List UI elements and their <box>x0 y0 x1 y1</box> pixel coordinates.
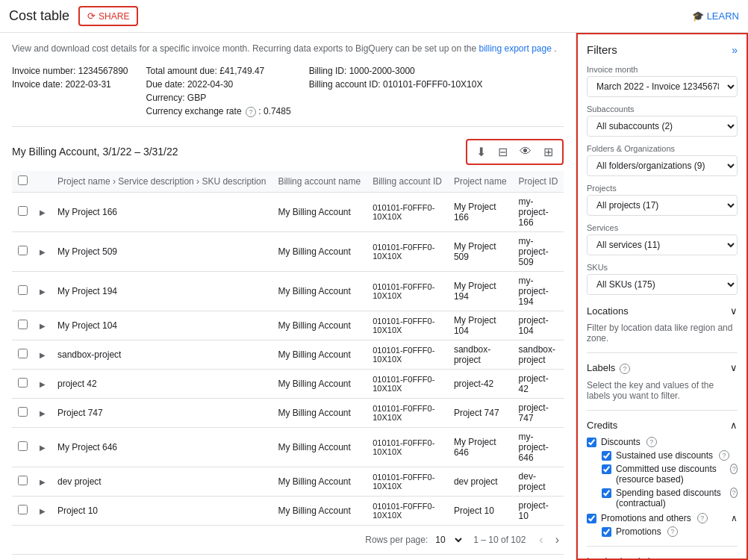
table-actions: ⬇ ⊟ 👁 ⊞ <box>466 139 564 165</box>
promotions-help-icon[interactable]: ? <box>667 526 678 537</box>
filters-collapse-button[interactable]: » <box>732 44 738 56</box>
project-desc-4: sandbox-project <box>52 340 272 369</box>
sustained-label: Sustained use discounts <box>616 450 713 461</box>
project-id-5: project-42 <box>513 369 564 398</box>
download-button[interactable]: ⬇ <box>473 143 489 161</box>
committed-discounts-checkbox[interactable] <box>602 464 611 474</box>
table-row: ▶ sandbox-project My Billing Account 010… <box>12 340 564 369</box>
columns-button[interactable]: ⊞ <box>540 143 556 161</box>
billing-account-4: My Billing Account <box>272 340 367 369</box>
table-row: ▶ My Project 166 My Billing Account 0101… <box>12 192 564 231</box>
filters-title: Filters <box>587 43 617 56</box>
expand-row-6[interactable]: ▶ <box>40 409 46 417</box>
invoice-date-value: 2022-03-31 <box>65 79 110 90</box>
select-all-checkbox[interactable] <box>18 175 28 185</box>
row-checkbox-9[interactable] <box>18 505 28 514</box>
subaccounts-select[interactable]: All subaccounts (2) <box>587 116 738 137</box>
view-button[interactable]: 👁 <box>517 143 534 160</box>
table-row: ▶ My Project 104 My Billing Account 0101… <box>12 311 564 340</box>
table-row: ▶ My Project 646 My Billing Account 0101… <box>12 427 564 467</box>
billing-id-6: 010101-F0FFF0-10X10X <box>367 398 448 427</box>
project-desc-3: My Project 104 <box>52 311 272 340</box>
billing-account-8: My Billing Account <box>272 467 367 496</box>
row-checkbox-4[interactable] <box>18 349 28 358</box>
expand-row-0[interactable]: ▶ <box>40 208 46 217</box>
expand-row-1[interactable]: ▶ <box>40 248 46 256</box>
learn-button[interactable]: 🎓 LEARN <box>692 10 739 22</box>
committed-help-icon[interactable]: ? <box>730 464 738 474</box>
expand-row-2[interactable]: ▶ <box>40 287 46 296</box>
exchange-help-icon[interactable]: ? <box>246 107 256 117</box>
page-title: Cost table <box>9 8 69 24</box>
project-name-9: Project 10 <box>448 496 513 525</box>
credits-label-text: Credits <box>587 420 617 431</box>
share-button[interactable]: ⟳ SHARE <box>78 6 138 26</box>
projects-select[interactable]: All projects (17) <box>587 195 738 216</box>
billing-id-2: 010101-F0FFF0-10X10X <box>367 271 448 311</box>
labels-help-icon[interactable]: ? <box>620 364 630 374</box>
invoice-date-label: Invoice date: <box>12 79 63 90</box>
billing-id-9: 010101-F0FFF0-10X10X <box>367 496 448 525</box>
promotions-others-checkbox[interactable] <box>587 514 596 523</box>
col-billing-id: Billing account ID <box>367 171 448 193</box>
total-label: Total amount due: <box>146 66 216 76</box>
sustained-help-icon[interactable]: ? <box>719 450 729 461</box>
services-select[interactable]: All services (11) <box>587 234 738 255</box>
pagination: Rows per page: 10 25 50 100 1 – 10 of 10… <box>12 526 564 554</box>
row-checkbox-8[interactable] <box>18 476 28 485</box>
description-text2: . <box>554 43 556 54</box>
filter-subaccounts: Subaccounts All subaccounts (2) <box>587 105 738 137</box>
project-name-0: My Project 166 <box>448 192 513 231</box>
billing-account-5: My Billing Account <box>272 369 367 398</box>
rows-per-page-select[interactable]: 10 25 50 100 <box>431 534 464 546</box>
prev-page-button[interactable]: ‹ <box>534 532 547 548</box>
promotions-checkbox[interactable] <box>602 527 611 537</box>
row-checkbox-7[interactable] <box>18 441 28 451</box>
spending-help-icon[interactable]: ? <box>730 488 738 498</box>
spending-discounts-checkbox[interactable] <box>602 488 611 498</box>
expand-row-5[interactable]: ▶ <box>40 380 46 388</box>
table-row: ▶ project 42 My Billing Account 010101-F… <box>12 369 564 398</box>
billing-export-link[interactable]: billing export page <box>479 43 551 54</box>
labels-collapse-header[interactable]: Labels ? ∨ <box>587 359 738 377</box>
promotions-others-help-icon[interactable]: ? <box>697 513 708 523</box>
row-checkbox-0[interactable] <box>18 206 28 216</box>
copy-button[interactable]: ⊟ <box>495 143 511 161</box>
row-checkbox-6[interactable] <box>18 407 28 417</box>
row-checkbox-3[interactable] <box>18 320 28 329</box>
skus-select[interactable]: All SKUs (175) <box>587 274 738 295</box>
sustained-discounts-checkbox[interactable] <box>602 451 611 461</box>
currency-label: Currency: <box>146 93 184 103</box>
discounts-help-icon[interactable]: ? <box>646 437 657 447</box>
project-desc-2: My Project 194 <box>52 271 272 311</box>
expand-row-8[interactable]: ▶ <box>40 478 46 486</box>
row-checkbox-2[interactable] <box>18 285 28 295</box>
expand-row-7[interactable]: ▶ <box>40 444 46 452</box>
labels-label-text: Labels ? <box>587 362 630 374</box>
expand-row-9[interactable]: ▶ <box>40 507 46 515</box>
project-desc-9: Project 10 <box>52 496 272 525</box>
project-desc-0: My Project 166 <box>52 192 272 231</box>
invoice-month-select[interactable]: March 2022 - Invoice 1234567890 <box>587 76 738 97</box>
credits-collapse-header[interactable]: Credits ∧ <box>587 417 738 434</box>
project-name-8: dev project <box>448 467 513 496</box>
sustained-discounts-item: Sustained use discounts ? <box>602 450 738 461</box>
row-checkbox-5[interactable] <box>18 378 28 388</box>
share-label: SHARE <box>99 11 129 22</box>
expand-row-3[interactable]: ▶ <box>40 322 46 330</box>
filter-folders: Folders & Organizations All folders/orga… <box>587 144 738 176</box>
billing-id-0: 010101-F0FFF0-10X10X <box>367 192 448 231</box>
discounts-checkbox[interactable] <box>587 438 596 447</box>
project-id-6: project-747 <box>513 398 564 427</box>
cost-table: Project name › Service description › SKU… <box>12 171 564 526</box>
invoice-number-label: Invoice number: <box>12 66 75 76</box>
next-page-button[interactable]: › <box>551 532 564 548</box>
row-checkbox-1[interactable] <box>18 246 28 255</box>
filter-labels: Labels ? ∨ Select the key and values of … <box>587 359 738 411</box>
locations-collapse-header[interactable]: Locations ∨ <box>587 302 738 320</box>
billing-account-9: My Billing Account <box>272 496 367 525</box>
filter-invoice-month: Invoice month March 2022 - Invoice 12345… <box>587 65 738 97</box>
folders-select[interactable]: All folders/organizations (9) <box>587 155 738 176</box>
project-desc-7: My Project 646 <box>52 427 272 467</box>
expand-row-4[interactable]: ▶ <box>40 351 46 359</box>
